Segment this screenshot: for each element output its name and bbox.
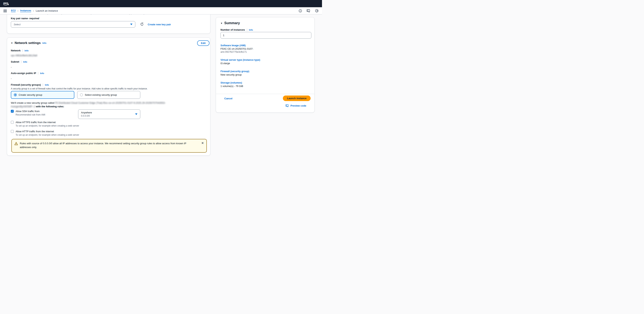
summary-card: ▼ Summary Number of instances Info Softw… (216, 17, 314, 113)
settings-icon[interactable] (315, 9, 318, 13)
auto-assign-ip-value: - (11, 77, 12, 80)
breadcrumb-bar: EC2 › Instances › Launch an instance (0, 7, 322, 15)
edit-button[interactable]: Edit (197, 40, 210, 46)
cancel-button[interactable]: Cancel (224, 97, 232, 100)
info-link[interactable]: Info (42, 42, 46, 44)
divider (38, 72, 38, 75)
close-icon[interactable]: ✕ (201, 142, 204, 150)
chevron-down-icon (135, 113, 138, 115)
network-settings-card: ▼ Network settings Info Edit Network Inf… (7, 38, 210, 156)
info-link[interactable]: Info (24, 50, 28, 52)
summary-item-storage: Storage (volumes) 1 volume(s) - 79 GiB (220, 81, 243, 88)
firewall-label: Firewall (security groups) (11, 83, 41, 86)
chevron-right-icon: › (33, 10, 34, 12)
https-rule-label: Allow HTTPS traffic from the internet (16, 121, 79, 124)
required-suffix: - required (28, 17, 39, 20)
breadcrumb: EC2 › Instances › Launch an instance (11, 9, 58, 12)
network-value: vpc-0953cf9e0c3812fa9 (11, 54, 37, 57)
breadcrumb-current: Launch an instance (36, 10, 58, 12)
network-settings-title: Network settings (15, 41, 41, 45)
info-link[interactable]: Info (45, 84, 49, 86)
key-pair-select-value: Select (14, 23, 20, 26)
key-pair-label: Key pair name (11, 17, 28, 20)
storage-link[interactable]: Storage (volumes) (220, 81, 243, 84)
network-label: Network (11, 49, 20, 52)
firewall-description: A security group is a set of firewall ru… (11, 87, 148, 90)
number-of-instances-label: Number of instances (220, 28, 245, 31)
security-group-sentence: We'll create a new security group called… (11, 101, 166, 108)
create-security-group-label: Create security group (19, 93, 42, 96)
ssh-rule-label: Allow SSH traffic from (16, 110, 45, 113)
info-link[interactable]: Info (249, 29, 253, 31)
chevron-down-icon (130, 24, 132, 25)
key-pair-select[interactable]: Select (11, 21, 135, 28)
console-top-bar: aws (0, 0, 322, 7)
ssh-rule-sub: Recommended rule from AMI (16, 113, 45, 116)
radio-unselected-icon (80, 93, 83, 96)
summary-item-instance-type: Virtual server type (instance type) t3.x… (220, 59, 260, 65)
preview-code-button[interactable]: Preview code (286, 104, 306, 107)
launch-instance-button[interactable]: Launch instance (283, 96, 310, 101)
instance-type-link[interactable]: Virtual server type (instance type) (220, 59, 260, 61)
breadcrumb-ec2[interactable]: EC2 (11, 9, 16, 12)
redacted-sg-name: F5 Distributed Cloud Customer Edge (Tria… (55, 101, 166, 104)
select-existing-security-group-option[interactable]: Select existing security group (77, 91, 140, 99)
ssh-source-select[interactable]: Anywhere 0.0.0.0/0 (78, 109, 140, 119)
info-link[interactable]: Info (23, 61, 27, 63)
caret-down-icon[interactable]: ▼ (11, 42, 13, 44)
chevron-right-icon: › (18, 10, 18, 12)
cloudshell-icon[interactable] (306, 9, 310, 13)
auto-assign-ip-label: Auto-assign public IP (11, 72, 36, 75)
number-of-instances-input[interactable] (220, 32, 311, 39)
select-existing-security-group-label: Select existing security group (85, 93, 117, 96)
http-rule-sub: To set up an endpoint, for example when … (16, 134, 79, 136)
info-link[interactable]: Info (40, 72, 44, 74)
code-preview-icon (286, 104, 289, 107)
warning-banner: Rules with source of 0.0.0.0/0 allow all… (12, 139, 207, 153)
refresh-icon[interactable] (140, 22, 144, 26)
radio-selected-icon (14, 93, 17, 96)
ami-link[interactable]: Software Image (AMI) (220, 44, 254, 47)
summary-item-firewall: Firewall (security group) New security g… (220, 70, 249, 76)
subnet-value: - (11, 66, 12, 69)
subnet-label: Subnet (11, 60, 19, 63)
preview-code-label: Preview code (290, 104, 306, 107)
ssh-checkbox[interactable]: ✓ (11, 110, 14, 113)
caret-down-icon[interactable]: ▼ (220, 22, 222, 24)
create-key-pair-link[interactable]: Create new key pair (148, 23, 171, 26)
warning-icon (14, 142, 18, 145)
warning-text: Rules with source of 0.0.0.0/0 allow all… (20, 142, 191, 150)
http-checkbox[interactable] (11, 130, 14, 133)
divider (43, 84, 43, 86)
menu-icon[interactable] (4, 10, 7, 12)
divider (21, 61, 21, 63)
https-checkbox[interactable] (11, 121, 14, 124)
http-rule-label: Allow HTTP traffic from the internet (16, 130, 79, 133)
summary-item-ami: Software Image (AMI) F5XC CE crt-2025070… (220, 44, 254, 53)
firewall-link[interactable]: Firewall (security group) (220, 70, 249, 73)
ssh-source-cidr: 0.0.0.0/0 (81, 115, 92, 117)
aws-logo[interactable]: aws (3, 1, 10, 6)
divider (216, 94, 314, 94)
info-icon[interactable] (298, 9, 302, 13)
summary-title: Summary (224, 21, 240, 25)
create-security-group-option[interactable]: Create security group (11, 91, 74, 99)
redacted-sg-name: AutogenByAWSMP--2 (11, 105, 35, 108)
breadcrumb-instances[interactable]: Instances (20, 9, 31, 12)
ssh-source-label: Anywhere (81, 111, 92, 114)
check-icon: ✓ (12, 110, 13, 113)
https-rule-sub: To set up an endpoint, for example when … (16, 124, 79, 127)
